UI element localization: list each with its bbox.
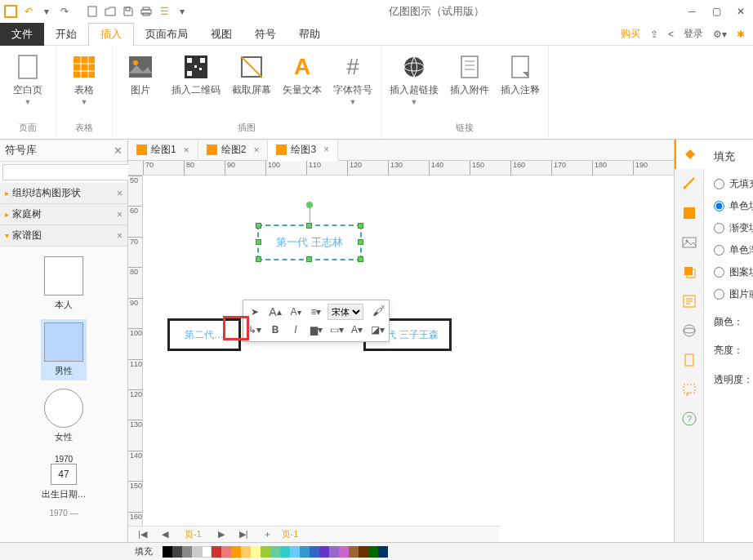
doc-tab-1[interactable]: 绘图1×	[128, 140, 198, 161]
help-tab-icon[interactable]: ?	[675, 404, 704, 433]
attach-tab-icon[interactable]	[675, 345, 704, 375]
shape-birthdate[interactable]: 1970 47 出生日期…	[38, 451, 90, 504]
close-button[interactable]: ✕	[732, 2, 750, 20]
font-family-select[interactable]: 宋体	[327, 304, 363, 320]
resize-handle[interactable]	[256, 256, 261, 262]
lib-section-genealogy[interactable]: ▾ 家谱图 ×	[0, 225, 127, 247]
symbol-search-input[interactable]	[2, 164, 149, 180]
maximize-button[interactable]: ▢	[707, 2, 725, 20]
tab-close-icon[interactable]: ×	[184, 144, 189, 156]
menu-help[interactable]: 帮助	[287, 23, 332, 46]
line-color-icon[interactable]: ▭▾	[327, 321, 345, 339]
options-icon[interactable]: ☰	[157, 4, 172, 19]
fill-solid[interactable]: 单色填充	[714, 199, 753, 213]
ribbon-font-symbol[interactable]: # 字体符号 ▼	[333, 52, 372, 106]
fill-gradient[interactable]: 渐变填充	[714, 221, 753, 235]
fill-none[interactable]: 无填充	[714, 177, 753, 191]
doc-tab-2[interactable]: 绘图2×	[198, 140, 269, 161]
picture-tab-icon[interactable]	[675, 228, 704, 257]
shape-self[interactable]: 本人	[41, 253, 87, 314]
line-tab-icon[interactable]	[675, 169, 704, 198]
resize-handle[interactable]	[256, 239, 261, 245]
lib-section-org[interactable]: ▸ 组织结构图形状 ×	[0, 183, 127, 204]
tab-close-icon[interactable]: ×	[253, 144, 259, 156]
ribbon-vector-text[interactable]: A 矢量文本	[283, 52, 322, 97]
minimize-button[interactable]: ─	[683, 2, 701, 20]
ribbon-note[interactable]: 插入注释	[501, 52, 540, 97]
save-icon[interactable]	[121, 4, 136, 19]
close-panel-icon[interactable]: ✕	[114, 144, 123, 157]
rotate-handle[interactable]	[306, 202, 313, 208]
menu-view[interactable]: 视图	[199, 23, 243, 46]
fill-pattern[interactable]: 图案填充	[714, 265, 753, 279]
menu-insert[interactable]: 插入	[88, 23, 134, 46]
undo-icon[interactable]: ↶	[21, 4, 36, 19]
comment-tab-icon[interactable]	[675, 375, 704, 404]
color-palette[interactable]	[163, 546, 388, 558]
undo-dropdown[interactable]: ▾	[39, 4, 54, 19]
shape-box-1[interactable]: 第二代…	[167, 318, 241, 351]
resize-handle[interactable]	[358, 239, 363, 245]
italic-icon[interactable]: I	[287, 321, 305, 339]
font-decrease-icon[interactable]: A▾	[287, 303, 305, 321]
layer-tab-icon[interactable]	[675, 257, 704, 287]
section-close-icon[interactable]: ×	[117, 209, 123, 220]
resize-handle[interactable]	[306, 223, 312, 229]
menu-symbol[interactable]: 符号	[243, 23, 287, 46]
export-icon[interactable]: ⇪	[650, 29, 658, 40]
font-color-icon[interactable]: A▾	[348, 321, 366, 339]
ribbon-picture[interactable]: 图片	[121, 52, 160, 97]
bold-icon[interactable]: B	[266, 321, 284, 339]
page-next-icon[interactable]: ▶	[213, 529, 229, 540]
redo-icon[interactable]: ↷	[57, 4, 72, 19]
page-first-icon[interactable]: |◀	[133, 529, 152, 540]
link-tab-icon[interactable]	[675, 316, 704, 345]
connector-icon[interactable]: ↳▾	[246, 321, 264, 339]
shape-male[interactable]: 男性	[41, 319, 87, 380]
menu-start[interactable]: 开始	[44, 23, 88, 46]
page-last-icon[interactable]: ▶|	[234, 529, 253, 540]
resize-handle[interactable]	[358, 256, 363, 262]
resize-handle[interactable]	[256, 223, 261, 229]
ribbon-table[interactable]: 表格 ▼	[65, 52, 104, 106]
resize-handle[interactable]	[306, 256, 312, 262]
sheet-name[interactable]: 页-1	[282, 528, 299, 540]
options-dropdown[interactable]: ▾	[175, 4, 189, 19]
buy-link[interactable]: 购买	[621, 27, 640, 41]
ribbon-hyperlink[interactable]: 插入超链接 ▼	[390, 52, 439, 106]
align-icon[interactable]: ≡▾	[307, 303, 325, 321]
fill-color-icon[interactable]: ▆▾	[307, 321, 325, 339]
selected-shape[interactable]: 第一代 王志林	[257, 224, 362, 260]
floating-close-icon[interactable]: ×	[381, 302, 385, 312]
shadow-tab-icon[interactable]	[675, 198, 704, 228]
pointer-icon[interactable]: ➤	[246, 303, 264, 321]
page-add-icon[interactable]: ＋	[258, 528, 277, 540]
share-icon[interactable]: <	[668, 29, 674, 40]
shadow-icon[interactable]: ◪▾	[368, 321, 386, 339]
new-icon[interactable]	[85, 4, 100, 19]
canvas[interactable]: 第一代 王志林 第二代… …代 三子王森 × ➤	[143, 176, 674, 542]
shape-female[interactable]: 女性	[41, 385, 87, 447]
doc-tab-3[interactable]: 绘图3×	[268, 140, 338, 161]
open-icon[interactable]	[103, 4, 118, 19]
text-tab-icon[interactable]	[675, 287, 704, 316]
ribbon-attachment[interactable]: 插入附件	[450, 52, 489, 97]
settings-icon[interactable]: ⚙▾	[713, 29, 727, 40]
ribbon-blank-page[interactable]: 空白页 ▼	[8, 52, 47, 106]
ribbon-screenshot[interactable]: 截取屏幕	[232, 52, 271, 97]
fill-monograd[interactable]: 单色渐变填充	[714, 243, 753, 257]
tab-close-icon[interactable]: ×	[323, 144, 329, 155]
menu-file[interactable]: 文件	[0, 23, 44, 46]
lib-section-family[interactable]: ▸ 家庭树 ×	[0, 204, 127, 225]
print-icon[interactable]	[139, 4, 154, 19]
font-increase-icon[interactable]: A▴	[266, 303, 284, 321]
menu-layout[interactable]: 页面布局	[134, 23, 199, 46]
ribbon-qrcode[interactable]: 插入二维码	[172, 52, 221, 97]
fill-tab-icon[interactable]	[675, 140, 704, 169]
page-tab[interactable]: 页-1	[178, 528, 208, 540]
fill-texture[interactable]: 图片或纹理填充	[714, 287, 753, 301]
resize-handle[interactable]	[358, 223, 363, 229]
section-close-icon[interactable]: ×	[117, 230, 123, 242]
page-prev-icon[interactable]: ◀	[157, 529, 173, 540]
section-close-icon[interactable]: ×	[117, 188, 123, 199]
